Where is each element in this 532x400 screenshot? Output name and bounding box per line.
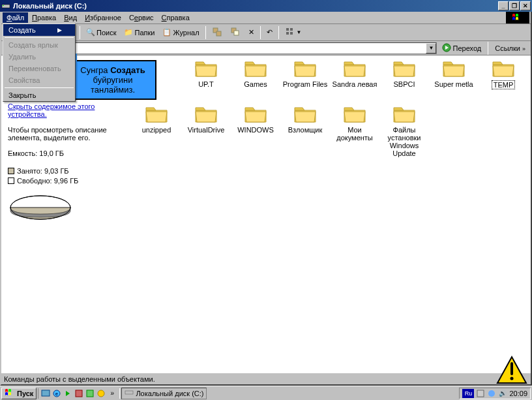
start-button[interactable]: Пуск [1, 388, 37, 399]
tray-volume-icon[interactable]: 🔊 [498, 389, 507, 398]
menu-rename: Переименовать [3, 63, 75, 74]
windows-logo-small-icon [5, 388, 15, 399]
callout-text-1a: Сунгра [80, 65, 110, 75]
copy-icon [230, 27, 241, 38]
folder-label: SBPCI [393, 80, 415, 88]
folder-icon [293, 59, 317, 79]
ql-desktop-icon[interactable] [40, 388, 51, 399]
journal-button[interactable]: 📋 Журнал [159, 26, 202, 38]
free-swatch-icon [8, 177, 14, 184]
journal-icon: 📋 [162, 28, 171, 37]
undo-button[interactable]: ↶ [263, 26, 276, 38]
go-button[interactable]: Переход [439, 42, 484, 54]
folder-label: Sandra левая [332, 80, 377, 88]
ql-more-icon[interactable]: » [107, 388, 117, 399]
folders-button[interactable]: 📁 Папки [121, 26, 158, 38]
folder-item[interactable]: UP.T [181, 58, 231, 104]
task-label: Локальный диск (C:) [136, 390, 203, 397]
svg-rect-24 [125, 391, 133, 394]
menu-favorites[interactable]: Избранное [81, 12, 125, 23]
taskbar-task-1[interactable]: Локальный диск (C:) [121, 388, 207, 399]
svg-point-23 [98, 390, 104, 397]
callout-text-1b: Создать [110, 65, 145, 75]
svg-rect-0 [2, 5, 10, 8]
tutorial-callout: Сунгра Создать буйругини танлаймиз. [69, 60, 156, 100]
maximize-button[interactable]: ❐ [509, 1, 520, 10]
menu-tools[interactable]: Сервис [125, 12, 158, 23]
folder-item[interactable]: Взломщик [280, 104, 330, 149]
folder-label: VirtualDrive [188, 126, 225, 134]
folder-item[interactable]: Super metla [429, 58, 479, 104]
lang-indicator[interactable]: Ru [462, 389, 474, 398]
status-text: Команды работы с выделенными объектами. [4, 375, 155, 383]
ql-app2-icon[interactable] [85, 388, 95, 399]
address-bar: ск (C:) ▼ Переход Ссылки » [1, 41, 531, 55]
hide-content-link[interactable]: Скрыть содержимое этого устройства. [8, 102, 95, 118]
folder-label: Program Files [283, 80, 327, 88]
chevron-down-icon: ▼ [429, 45, 434, 51]
ql-app1-icon[interactable] [74, 388, 84, 399]
warning-icon [495, 356, 528, 388]
menu-file[interactable]: Файл [3, 12, 28, 23]
menu-create[interactable]: Создать ▶ [3, 24, 75, 36]
folder-label: unzipped [142, 126, 171, 134]
folder-label: Мои документы [331, 126, 379, 142]
move-button[interactable] [209, 25, 226, 40]
tray-icon-2[interactable] [487, 389, 496, 398]
folder-item[interactable]: Program Files [280, 58, 330, 104]
svg-point-26 [488, 390, 495, 397]
minimize-button[interactable]: _ [498, 1, 509, 10]
svg-rect-5 [234, 31, 239, 35]
address-dropdown-button[interactable]: ▼ [426, 43, 436, 54]
views-button[interactable]: ▼ [282, 25, 305, 40]
copy-button[interactable] [227, 25, 244, 40]
capacity-label: Емкость: 19,0 ГБ [8, 149, 125, 157]
close-button[interactable]: ✕ [520, 1, 531, 10]
ql-arrow-icon[interactable] [63, 388, 73, 399]
content-area: Скрыть содержимое этого устройства. Чтоб… [1, 55, 531, 373]
svg-rect-1 [3, 5, 4, 6]
menu-delete: Удалить [3, 51, 75, 63]
svg-rect-25 [477, 390, 484, 397]
folder-item[interactable]: Файлы установки Windows Update [379, 104, 429, 149]
callout-text-3: танлаймиз. [74, 85, 151, 95]
folder-item[interactable]: TEMP [479, 58, 528, 104]
status-bar: Команды работы с выделенными объектами. [1, 373, 531, 384]
folder-icon [492, 59, 515, 79]
folder-item[interactable]: Мои документы [330, 104, 379, 149]
svg-rect-9 [290, 32, 293, 35]
used-space-row: Занято: 9,03 ГБ [8, 167, 125, 175]
folders-icon: 📁 [124, 28, 133, 37]
folder-item[interactable]: WINDOWS [231, 104, 280, 149]
ql-app3-icon[interactable] [96, 388, 106, 399]
folder-label: Games [244, 80, 267, 88]
folder-item[interactable]: Games [231, 58, 280, 104]
folder-item[interactable]: unzipped [132, 104, 181, 149]
tray-icon-1[interactable] [476, 389, 485, 398]
folder-grid[interactable]: UP.TGamesProgram FilesSandra леваяSBPCIS… [132, 55, 531, 373]
folder-item[interactable]: VirtualDrive [181, 104, 231, 149]
menu-view[interactable]: Вид [60, 12, 81, 23]
folder-icon [442, 59, 466, 79]
menu-help[interactable]: Справка [158, 12, 194, 23]
folder-icon [145, 105, 168, 125]
menu-edit[interactable]: Правка [28, 12, 60, 23]
folder-item[interactable]: SBPCI [379, 58, 429, 104]
clock[interactable]: 20:09 [509, 390, 527, 397]
window-title: Локальный диск (C:) [13, 2, 498, 10]
dropdown-arrow-icon: ▼ [297, 29, 302, 35]
folder-icon [194, 105, 218, 125]
views-icon [285, 27, 295, 38]
links-button[interactable]: Ссылки » [492, 44, 528, 52]
search-button[interactable]: 🔍 Поиск [83, 26, 119, 38]
menu-create-shortcut: Создать ярлык [3, 39, 75, 51]
folder-icon [343, 105, 366, 125]
menu-close[interactable]: Закрыть [3, 89, 75, 101]
svg-rect-7 [290, 28, 293, 31]
delete-button[interactable]: ✕ [245, 26, 258, 38]
panel-description: Чтобы просмотреть описание элемента, выд… [8, 126, 125, 142]
ql-ie-icon[interactable]: e [52, 388, 62, 399]
callout-text-2: буйругини [74, 75, 151, 85]
folder-icon [244, 59, 267, 79]
folder-item[interactable]: Sandra левая [330, 58, 379, 104]
